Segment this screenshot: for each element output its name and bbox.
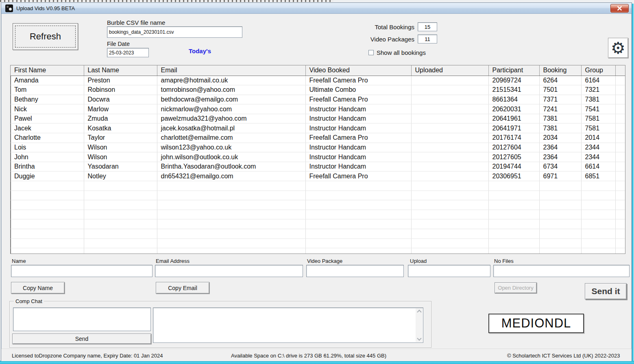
table-row[interactable]: BrinthaYasodaranBrintha.Yasodaran@outloo… — [11, 162, 625, 171]
table-cell[interactable]: Instructor Handcam — [305, 143, 411, 152]
todays-link[interactable]: Today's — [189, 48, 211, 54]
table-cell[interactable]: 21515341 — [488, 85, 539, 95]
table-row[interactable]: DuggieNotleydn654321@emailgo.comFreefall… — [11, 171, 625, 181]
table-cell[interactable]: amapre@hotmail.co.uk — [157, 76, 305, 85]
table-cell[interactable]: Freefall Camera Pro — [305, 95, 411, 104]
table-cell[interactable]: Jacek — [11, 124, 84, 133]
table-cell[interactable]: Freefall Camera Pro — [305, 133, 411, 143]
show-all-bookings-checkbox[interactable] — [368, 50, 374, 55]
table-cell[interactable]: 20127604 — [488, 143, 539, 152]
email-address-input[interactable] — [155, 265, 303, 277]
table-cell[interactable]: 2344 — [581, 152, 615, 162]
table-cell[interactable]: 2364 — [539, 152, 581, 162]
table-row[interactable]: LoisWilsonwilson123@yahoo.co.ukInstructo… — [11, 143, 625, 152]
table-cell[interactable]: Preston — [84, 76, 157, 85]
table-cell[interactable]: 7381 — [539, 114, 581, 124]
table-cell[interactable]: 6614 — [581, 162, 615, 171]
table-cell[interactable]: John — [11, 152, 84, 162]
table-cell[interactable]: john.wilson@outlook.co.uk — [157, 152, 305, 162]
table-cell[interactable]: Freefall Camera Pro — [305, 76, 411, 85]
table-cell[interactable]: 2014 — [581, 133, 615, 143]
table-cell[interactable]: 20620031 — [488, 104, 539, 114]
table-cell[interactable]: Wilson — [84, 152, 157, 162]
table-cell[interactable]: 20176174 — [488, 133, 539, 143]
open-directory-button[interactable]: Open Directory — [495, 282, 537, 293]
table-cell[interactable]: Brintha.Yasodaran@outlook.com — [157, 162, 305, 171]
table-cell[interactable]: Charlotte — [11, 133, 84, 143]
table-cell[interactable]: Ultimate Combo — [305, 85, 411, 95]
table-cell[interactable]: Instructor Handcam — [305, 162, 411, 171]
table-row[interactable]: AmandaPrestonamapre@hotmail.co.ukFreefal… — [11, 76, 625, 85]
table-row[interactable]: BethanyDocwrabethdocwra@emailgo.comFreef… — [11, 95, 625, 104]
refresh-button[interactable]: Refresh — [13, 23, 78, 50]
table-row[interactable]: PawelZmudapawelzmuda321@yahoo.comInstruc… — [11, 114, 625, 124]
table-cell[interactable]: 7581 — [581, 124, 615, 133]
scroll-up-icon[interactable] — [417, 310, 421, 314]
table-cell[interactable]: Tom — [11, 85, 84, 95]
table-cell[interactable]: Instructor Handcam — [305, 152, 411, 162]
table-cell[interactable] — [411, 133, 488, 143]
table-cell[interactable]: Amanda — [11, 76, 84, 85]
table-cell[interactable]: wilson123@yahoo.co.uk — [157, 143, 305, 152]
table-cell[interactable]: 7381 — [581, 95, 615, 104]
table-cell[interactable]: 6734 — [539, 162, 581, 171]
name-input[interactable] — [11, 265, 153, 277]
chat-message-input[interactable] — [13, 308, 151, 331]
table-cell[interactable] — [615, 162, 625, 171]
table-cell[interactable]: 7371 — [539, 95, 581, 104]
table-cell[interactable]: 6164 — [581, 76, 615, 85]
table-cell[interactable]: Freefall Camera Pro — [305, 171, 411, 181]
table-cell[interactable]: 6851 — [581, 171, 615, 181]
video-package-input[interactable] — [306, 265, 404, 277]
table-cell[interactable]: 20194744 — [488, 162, 539, 171]
table-cell[interactable]: Instructor Handcam — [305, 124, 411, 133]
table-cell[interactable] — [615, 124, 625, 133]
table-cell[interactable]: Wilson — [84, 143, 157, 152]
column-header-video-booked[interactable]: Video Booked — [305, 65, 411, 76]
table-cell[interactable]: Brintha — [11, 162, 84, 171]
table-cell[interactable] — [411, 171, 488, 181]
table-cell[interactable] — [411, 152, 488, 162]
table-cell[interactable]: charlottet@emailme.com — [157, 133, 305, 143]
column-header-group[interactable]: Group — [581, 65, 615, 76]
table-cell[interactable]: Marlow — [84, 104, 157, 114]
table-row[interactable]: CharlotteTaylorcharlottet@emailme.comFre… — [11, 133, 625, 143]
table-cell[interactable] — [615, 143, 625, 152]
table-cell[interactable]: 2034 — [539, 133, 581, 143]
table-cell[interactable]: 7321 — [581, 85, 615, 95]
table-cell[interactable]: Robinson — [84, 85, 157, 95]
table-cell[interactable]: 2364 — [539, 143, 581, 152]
table-cell[interactable] — [411, 143, 488, 152]
table-cell[interactable]: dn654321@emailgo.com — [157, 171, 305, 181]
table-cell[interactable]: Duggie — [11, 171, 84, 181]
table-cell[interactable]: 7381 — [539, 124, 581, 133]
table-cell[interactable] — [411, 76, 488, 85]
table-cell[interactable]: Zmuda — [84, 114, 157, 124]
chat-log-scrollbar[interactable] — [416, 308, 423, 342]
table-cell[interactable]: Instructor Handcam — [305, 104, 411, 114]
column-header-email[interactable]: Email — [157, 65, 305, 76]
scroll-down-icon[interactable] — [417, 336, 421, 340]
csv-filename-input[interactable] — [107, 26, 242, 38]
table-cell[interactable]: 8661364 — [488, 95, 539, 104]
table-cell[interactable]: Pawel — [11, 114, 84, 124]
table-cell[interactable]: Notley — [84, 171, 157, 181]
copy-name-button[interactable]: Copy Name — [11, 282, 65, 294]
table-cell[interactable]: Nick — [11, 104, 84, 114]
table-cell[interactable]: 7501 — [539, 85, 581, 95]
table-cell[interactable]: Lois — [11, 143, 84, 152]
column-header-booking[interactable]: Booking — [539, 65, 581, 76]
column-header-last-name[interactable]: Last Name — [84, 65, 157, 76]
bookings-grid[interactable]: First Name Last Name Email Video Booked … — [10, 65, 625, 254]
settings-button[interactable]: ⚙ — [608, 38, 628, 58]
table-cell[interactable]: 20641961 — [488, 114, 539, 124]
table-cell[interactable]: 2344 — [581, 143, 615, 152]
no-files-input[interactable] — [493, 265, 630, 277]
table-cell[interactable]: tomrobinson@yahoo.com — [157, 85, 305, 95]
table-cell[interactable] — [411, 162, 488, 171]
chat-send-button[interactable]: Send — [12, 334, 151, 344]
file-date-input[interactable] — [107, 48, 149, 57]
table-cell[interactable]: 7241 — [539, 104, 581, 114]
table-cell[interactable]: Instructor Handcam — [305, 114, 411, 124]
table-cell[interactable] — [615, 133, 625, 143]
